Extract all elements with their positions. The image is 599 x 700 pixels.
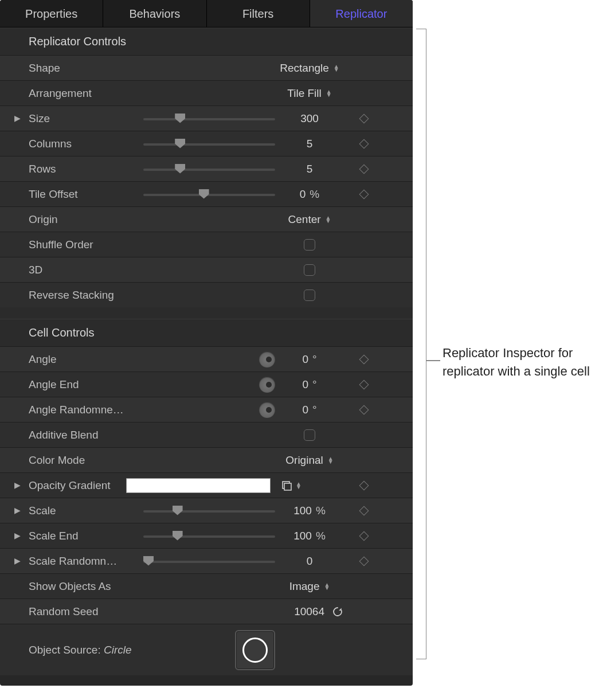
svg-rect-1 <box>284 483 291 490</box>
tab-filters[interactable]: Filters <box>207 0 310 27</box>
row-scale-randomness: ▶ Scale Randomn… 0 <box>0 548 413 573</box>
disclosure-opacity-gradient[interactable]: ▶ <box>14 481 29 490</box>
disclosure-scale-end[interactable]: ▶ <box>14 531 29 541</box>
unit-percent: % <box>316 505 326 517</box>
label-scale: Scale <box>29 505 126 517</box>
dial-angle-end[interactable] <box>259 377 275 393</box>
checkbox-reverse-stacking[interactable] <box>304 290 315 301</box>
row-object-source: Object Source: Circle <box>0 624 413 675</box>
value-angle-randomness[interactable]: 0 <box>302 404 308 416</box>
row-angle-end: Angle End 0 ° <box>0 371 413 397</box>
value-tile-offset[interactable]: 0 <box>300 188 306 201</box>
slider-columns[interactable] <box>143 138 275 150</box>
regenerate-seed-icon[interactable] <box>331 605 344 618</box>
label-shape: Shape <box>29 62 126 75</box>
popup-arrows-icon[interactable]: ▲▼ <box>296 482 302 489</box>
label-color-mode: Color Mode <box>29 454 126 467</box>
slider-scale[interactable] <box>143 505 275 517</box>
disclosure-scale-randomness[interactable]: ▶ <box>14 557 29 566</box>
keyframe-tile-offset[interactable] <box>344 191 384 198</box>
gradient-editor[interactable] <box>126 478 271 493</box>
popup-arrows-icon <box>326 90 332 97</box>
popup-arrows-icon <box>324 583 330 590</box>
keyframe-size[interactable] <box>344 115 384 122</box>
annotation-callout: Replicator Inspector for replicator with… <box>413 0 590 381</box>
row-reverse-stacking: Reverse Stacking <box>0 282 413 307</box>
label-rows: Rows <box>29 163 126 175</box>
label-angle: Angle <box>29 353 126 366</box>
label-reverse-stacking: Reverse Stacking <box>29 289 126 302</box>
value-angle[interactable]: 0 <box>302 353 308 366</box>
row-shape: Shape Rectangle <box>0 55 413 80</box>
popup-color-mode[interactable]: Original <box>285 454 333 467</box>
value-scale-end[interactable]: 100 <box>293 530 312 542</box>
row-scale-end: ▶ Scale End 100 % <box>0 523 413 548</box>
label-columns: Columns <box>29 138 126 150</box>
value-size[interactable]: 300 <box>300 112 319 125</box>
keyframe-rows[interactable] <box>344 166 384 173</box>
inspector-tabs: Properties Behaviors Filters Replicator <box>0 0 413 28</box>
value-angle-end[interactable]: 0 <box>302 378 308 391</box>
popup-show-objects-as[interactable]: Image <box>289 580 330 593</box>
value-columns[interactable]: 5 <box>307 138 313 150</box>
label-random-seed: Random Seed <box>29 605 126 618</box>
object-source-well[interactable] <box>235 630 275 670</box>
checkbox-shuffle-order[interactable] <box>304 239 315 251</box>
label-tile-offset: Tile Offset <box>29 188 126 201</box>
dial-angle-randomness[interactable] <box>259 402 275 418</box>
row-angle-randomness: Angle Randomne… 0 ° <box>0 397 413 422</box>
dial-angle[interactable] <box>259 351 275 367</box>
slider-scale-end[interactable] <box>143 530 275 542</box>
value-rows[interactable]: 5 <box>307 163 313 175</box>
disclosure-scale[interactable]: ▶ <box>14 506 29 515</box>
inspector-panel: Properties Behaviors Filters Replicator … <box>0 0 413 686</box>
tab-behaviors[interactable]: Behaviors <box>103 0 206 27</box>
keyframe-columns[interactable] <box>344 140 384 147</box>
popup-origin[interactable]: Center <box>288 213 331 226</box>
slider-scale-randomness[interactable] <box>143 556 275 567</box>
row-angle: Angle 0 ° <box>0 346 413 371</box>
row-shuffle-order: Shuffle Order <box>0 232 413 257</box>
row-3d: 3D <box>0 257 413 282</box>
unit-percent: % <box>316 530 326 542</box>
value-scale[interactable]: 100 <box>293 505 312 517</box>
value-random-seed[interactable]: 10064 <box>294 605 324 618</box>
section-replicator-controls: Replicator Controls <box>0 28 413 55</box>
callout-bracket <box>416 29 426 659</box>
annotation-text: Replicator Inspector for replicator with… <box>443 344 590 381</box>
row-color-mode: Color Mode Original <box>0 447 413 472</box>
checkbox-additive-blend[interactable] <box>304 429 315 441</box>
label-shuffle-order: Shuffle Order <box>29 238 126 251</box>
unit-degree: ° <box>312 378 317 391</box>
popup-arrows-icon <box>326 216 331 223</box>
gradient-preset-icon[interactable] <box>281 480 292 491</box>
label-angle-randomness: Angle Randomne… <box>29 404 126 416</box>
keyframe-opacity-gradient[interactable] <box>344 482 384 489</box>
row-tile-offset: Tile Offset 0 % <box>0 181 413 206</box>
popup-arrangement[interactable]: Tile Fill <box>287 87 331 100</box>
keyframe-scale[interactable] <box>344 507 384 514</box>
row-show-objects-as: Show Objects As Image <box>0 573 413 599</box>
slider-rows[interactable] <box>143 163 275 175</box>
row-random-seed: Random Seed 10064 <box>0 599 413 624</box>
keyframe-scale-randomness[interactable] <box>344 558 384 565</box>
label-opacity-gradient: Opacity Gradient <box>29 479 126 492</box>
unit-degree: ° <box>312 404 317 416</box>
keyframe-angle[interactable] <box>344 356 384 363</box>
tab-replicator[interactable]: Replicator <box>310 0 413 27</box>
label-size: Size <box>29 112 126 125</box>
checkbox-3d[interactable] <box>304 264 315 276</box>
slider-size[interactable] <box>143 113 275 124</box>
label-arrangement: Arrangement <box>29 87 126 100</box>
slider-tile-offset[interactable] <box>143 189 275 200</box>
row-origin: Origin Center <box>0 206 413 232</box>
keyframe-scale-end[interactable] <box>344 533 384 539</box>
value-scale-randomness[interactable]: 0 <box>307 555 313 568</box>
popup-arrows-icon <box>334 65 339 72</box>
tab-properties[interactable]: Properties <box>0 0 103 27</box>
keyframe-angle-end[interactable] <box>344 381 384 388</box>
popup-shape[interactable]: Rectangle <box>280 62 339 75</box>
keyframe-angle-randomness[interactable] <box>344 406 384 413</box>
disclosure-size[interactable]: ▶ <box>14 114 29 123</box>
row-size: ▶ Size 300 <box>0 105 413 131</box>
